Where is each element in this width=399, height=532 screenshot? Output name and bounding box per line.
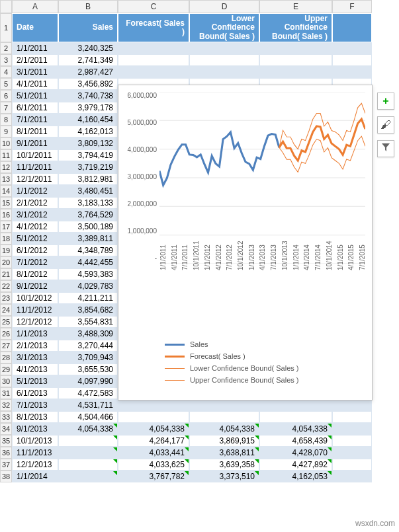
cell[interactable]: 3,854,682 bbox=[58, 304, 118, 316]
cell[interactable]: 1/1/2012 bbox=[12, 185, 58, 197]
row-head-3[interactable]: 3 bbox=[0, 54, 12, 66]
cell[interactable]: 3,373,510 bbox=[189, 471, 259, 482]
row-head-17[interactable]: 17 bbox=[0, 221, 12, 233]
cell[interactable]: 6/1/2013 bbox=[12, 387, 58, 399]
row-head-27[interactable]: 27 bbox=[0, 340, 12, 352]
row-head-19[interactable]: 19 bbox=[0, 245, 12, 256]
cell[interactable]: 10/1/2012 bbox=[12, 292, 58, 304]
row-head-16[interactable]: 16 bbox=[0, 209, 12, 221]
cell[interactable]: 9/1/2013 bbox=[12, 423, 58, 435]
cell[interactable]: 2/1/2013 bbox=[12, 340, 58, 352]
cell[interactable]: 4/1/2012 bbox=[12, 221, 58, 233]
cell[interactable]: 4,211,211 bbox=[58, 292, 118, 304]
cell[interactable] bbox=[58, 435, 118, 447]
cell[interactable]: 6/1/2012 bbox=[12, 245, 58, 256]
cell[interactable]: 4,054,338 bbox=[58, 423, 118, 435]
cell[interactable] bbox=[332, 423, 372, 435]
row-head-38[interactable]: 38 bbox=[0, 471, 12, 482]
row-head-23[interactable]: 23 bbox=[0, 292, 12, 304]
cell[interactable]: 3,979,178 bbox=[58, 102, 118, 114]
cell[interactable]: 3,740,738 bbox=[58, 90, 118, 102]
cell[interactable] bbox=[332, 447, 372, 459]
cell[interactable]: 4,427,892 bbox=[259, 459, 332, 471]
cell[interactable]: 4,442,455 bbox=[58, 256, 118, 268]
cell[interactable]: 4,054,338 bbox=[189, 423, 259, 435]
cell[interactable]: 12/1/2012 bbox=[12, 316, 58, 328]
cell[interactable]: 3,270,444 bbox=[58, 340, 118, 352]
header-sales[interactable]: Sales bbox=[58, 13, 118, 42]
row-head-1[interactable]: 1 bbox=[0, 13, 12, 42]
row-head-13[interactable]: 13 bbox=[0, 173, 12, 185]
cell[interactable]: 7/1/2012 bbox=[12, 256, 58, 268]
row-head-10[interactable]: 10 bbox=[0, 137, 12, 149]
cell[interactable]: 8/1/2013 bbox=[12, 411, 58, 423]
cell[interactable]: 4,658,439 bbox=[259, 435, 332, 447]
cell[interactable]: 4/1/2013 bbox=[12, 363, 58, 375]
row-head-33[interactable]: 33 bbox=[0, 411, 12, 423]
row-head-4[interactable]: 4 bbox=[0, 66, 12, 78]
cell[interactable]: 4,160,454 bbox=[58, 114, 118, 126]
cell[interactable] bbox=[259, 66, 332, 78]
cell[interactable]: 8/1/2011 bbox=[12, 126, 58, 137]
cell[interactable] bbox=[332, 66, 372, 78]
cell[interactable]: 4,029,783 bbox=[58, 280, 118, 292]
cell[interactable] bbox=[332, 399, 372, 411]
cell[interactable]: 9/1/2011 bbox=[12, 137, 58, 149]
cell[interactable] bbox=[58, 447, 118, 459]
cell[interactable]: 3,183,133 bbox=[58, 197, 118, 209]
cell[interactable]: 12/1/2013 bbox=[12, 459, 58, 471]
cell[interactable]: 9/1/2012 bbox=[12, 280, 58, 292]
cell[interactable] bbox=[259, 54, 332, 66]
row-head-6[interactable]: 6 bbox=[0, 90, 12, 102]
cell[interactable]: 3,869,915 bbox=[189, 435, 259, 447]
cell[interactable] bbox=[332, 435, 372, 447]
cell[interactable]: 3,554,831 bbox=[58, 316, 118, 328]
row-head-37[interactable]: 37 bbox=[0, 459, 12, 471]
cell[interactable]: 4/1/2011 bbox=[12, 78, 58, 90]
cell[interactable] bbox=[58, 459, 118, 471]
row-head-32[interactable]: 32 bbox=[0, 399, 12, 411]
row-head-20[interactable]: 20 bbox=[0, 256, 12, 268]
row-head-31[interactable]: 31 bbox=[0, 387, 12, 399]
cell[interactable]: 12/1/2011 bbox=[12, 173, 58, 185]
cell[interactable]: 3,456,892 bbox=[58, 78, 118, 90]
col-head-b[interactable]: B bbox=[58, 0, 118, 13]
cell[interactable]: 3,794,419 bbox=[58, 149, 118, 161]
cell[interactable]: 1/1/2011 bbox=[12, 42, 58, 54]
row-head-25[interactable]: 25 bbox=[0, 316, 12, 328]
row-head-21[interactable]: 21 bbox=[0, 268, 12, 280]
cell[interactable]: 4,162,013 bbox=[58, 126, 118, 137]
header-forecast[interactable]: Forecast( Sales ) bbox=[118, 13, 189, 42]
cell[interactable]: 4,348,789 bbox=[58, 245, 118, 256]
forecast-chart[interactable]: 6,000,000 5,000,000 4,000,000 3,000,000 … bbox=[118, 85, 373, 400]
cell[interactable]: 4,033,441 bbox=[118, 447, 189, 459]
row-head-8[interactable]: 8 bbox=[0, 114, 12, 126]
cell[interactable]: 6/1/2011 bbox=[12, 102, 58, 114]
cell[interactable]: 4,162,053 bbox=[259, 471, 332, 482]
row-head-35[interactable]: 35 bbox=[0, 435, 12, 447]
cell[interactable]: 1/1/2013 bbox=[12, 328, 58, 340]
cell[interactable] bbox=[189, 399, 259, 411]
cell[interactable]: 3,767,782 bbox=[118, 471, 189, 482]
cell[interactable]: 1/1/2014 bbox=[12, 471, 58, 482]
cell[interactable] bbox=[118, 411, 189, 423]
cell[interactable]: 4,097,990 bbox=[58, 375, 118, 387]
col-head-f[interactable]: F bbox=[332, 0, 372, 13]
cell[interactable]: 3,488,309 bbox=[58, 328, 118, 340]
cell[interactable]: 7/1/2011 bbox=[12, 114, 58, 126]
chart-elements-button[interactable]: + bbox=[377, 93, 394, 110]
chart-filter-button[interactable] bbox=[377, 140, 394, 157]
cell[interactable]: 4,264,177 bbox=[118, 435, 189, 447]
row-head-12[interactable]: 12 bbox=[0, 161, 12, 173]
cell[interactable]: 4,504,466 bbox=[58, 411, 118, 423]
col-head-a[interactable]: A bbox=[12, 0, 58, 13]
cell[interactable] bbox=[332, 42, 372, 54]
cell[interactable]: 2,987,427 bbox=[58, 66, 118, 78]
cell[interactable] bbox=[118, 66, 189, 78]
col-head-d[interactable]: D bbox=[189, 0, 259, 13]
cell[interactable]: 3,719,219 bbox=[58, 161, 118, 173]
header-empty-f[interactable] bbox=[332, 13, 372, 42]
cell[interactable] bbox=[118, 54, 189, 66]
cell[interactable]: 5/1/2012 bbox=[12, 233, 58, 245]
row-head-14[interactable]: 14 bbox=[0, 185, 12, 197]
